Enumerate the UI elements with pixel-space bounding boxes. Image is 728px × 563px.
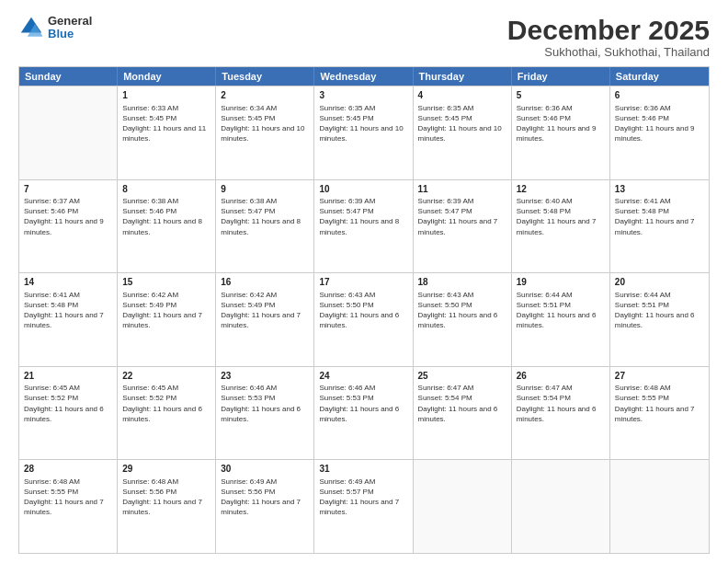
- calendar-row: 7Sunrise: 6:37 AMSunset: 5:46 PMDaylight…: [19, 179, 709, 273]
- calendar-cell: [414, 460, 512, 553]
- main-title: December 2025: [507, 15, 710, 45]
- day-number: 17: [319, 276, 407, 289]
- cal-header-day: Wednesday: [314, 67, 413, 86]
- calendar-cell: 23Sunrise: 6:46 AMSunset: 5:53 PMDayligh…: [216, 367, 314, 460]
- calendar-cell: [512, 460, 610, 553]
- day-number: 28: [24, 463, 112, 476]
- day-number: 11: [418, 183, 506, 196]
- day-info: Sunrise: 6:42 AMSunset: 5:49 PMDaylight:…: [122, 290, 210, 331]
- day-number: 4: [418, 89, 506, 102]
- calendar-cell: 27Sunrise: 6:48 AMSunset: 5:55 PMDayligh…: [610, 367, 709, 460]
- day-number: 18: [418, 276, 506, 289]
- calendar-cell: 1Sunrise: 6:33 AMSunset: 5:45 PMDaylight…: [118, 86, 216, 179]
- day-number: 12: [517, 183, 605, 196]
- day-info: Sunrise: 6:35 AMSunset: 5:45 PMDaylight:…: [319, 103, 407, 144]
- calendar-cell: 22Sunrise: 6:45 AMSunset: 5:52 PMDayligh…: [118, 367, 216, 460]
- calendar-cell: 31Sunrise: 6:49 AMSunset: 5:57 PMDayligh…: [314, 460, 413, 553]
- day-info: Sunrise: 6:39 AMSunset: 5:47 PMDaylight:…: [319, 196, 407, 237]
- day-info: Sunrise: 6:47 AMSunset: 5:54 PMDaylight:…: [517, 383, 605, 424]
- day-info: Sunrise: 6:45 AMSunset: 5:52 PMDaylight:…: [122, 383, 210, 424]
- calendar-row: 28Sunrise: 6:48 AMSunset: 5:55 PMDayligh…: [19, 459, 709, 553]
- day-number: 20: [615, 276, 704, 289]
- day-info: Sunrise: 6:41 AMSunset: 5:48 PMDaylight:…: [24, 290, 112, 331]
- calendar-cell: 2Sunrise: 6:34 AMSunset: 5:45 PMDaylight…: [216, 86, 314, 179]
- day-number: 6: [615, 89, 704, 102]
- day-info: Sunrise: 6:43 AMSunset: 5:50 PMDaylight:…: [418, 290, 506, 331]
- day-number: 24: [319, 370, 407, 383]
- day-info: Sunrise: 6:48 AMSunset: 5:55 PMDaylight:…: [24, 477, 112, 518]
- cal-header-day: Friday: [512, 67, 610, 86]
- day-number: 2: [221, 89, 309, 102]
- day-number: 7: [24, 183, 112, 196]
- day-info: Sunrise: 6:34 AMSunset: 5:45 PMDaylight:…: [221, 103, 309, 144]
- calendar-cell: 10Sunrise: 6:39 AMSunset: 5:47 PMDayligh…: [314, 180, 413, 273]
- calendar-cell: 11Sunrise: 6:39 AMSunset: 5:47 PMDayligh…: [414, 180, 512, 273]
- day-number: 27: [615, 370, 704, 383]
- calendar-row: 21Sunrise: 6:45 AMSunset: 5:52 PMDayligh…: [19, 366, 709, 460]
- calendar-cell: 8Sunrise: 6:38 AMSunset: 5:46 PMDaylight…: [118, 180, 216, 273]
- calendar-cell: 4Sunrise: 6:35 AMSunset: 5:45 PMDaylight…: [414, 86, 512, 179]
- day-number: 9: [221, 183, 309, 196]
- day-info: Sunrise: 6:35 AMSunset: 5:45 PMDaylight:…: [418, 103, 506, 144]
- day-info: Sunrise: 6:40 AMSunset: 5:48 PMDaylight:…: [517, 196, 605, 237]
- calendar-cell: 29Sunrise: 6:48 AMSunset: 5:56 PMDayligh…: [118, 460, 216, 553]
- logo-text: General Blue: [48, 15, 92, 41]
- subtitle: Sukhothai, Sukhothai, Thailand: [507, 45, 710, 59]
- calendar-cell: 17Sunrise: 6:43 AMSunset: 5:50 PMDayligh…: [314, 273, 413, 366]
- day-number: 25: [418, 370, 506, 383]
- logo-blue: Blue: [48, 28, 92, 40]
- day-info: Sunrise: 6:48 AMSunset: 5:55 PMDaylight:…: [615, 383, 704, 424]
- calendar-cell: 16Sunrise: 6:42 AMSunset: 5:49 PMDayligh…: [216, 273, 314, 366]
- day-number: 23: [221, 370, 309, 383]
- day-number: 13: [615, 183, 704, 196]
- calendar-cell: 28Sunrise: 6:48 AMSunset: 5:55 PMDayligh…: [19, 460, 118, 553]
- day-number: 1: [122, 89, 210, 102]
- day-info: Sunrise: 6:45 AMSunset: 5:52 PMDaylight:…: [24, 383, 112, 424]
- calendar-row: 14Sunrise: 6:41 AMSunset: 5:48 PMDayligh…: [19, 272, 709, 366]
- day-info: Sunrise: 6:46 AMSunset: 5:53 PMDaylight:…: [221, 383, 309, 424]
- day-info: Sunrise: 6:49 AMSunset: 5:56 PMDaylight:…: [221, 477, 309, 518]
- calendar-cell: 25Sunrise: 6:47 AMSunset: 5:54 PMDayligh…: [414, 367, 512, 460]
- calendar-cell: 3Sunrise: 6:35 AMSunset: 5:45 PMDaylight…: [314, 86, 413, 179]
- calendar-cell: 21Sunrise: 6:45 AMSunset: 5:52 PMDayligh…: [19, 367, 118, 460]
- calendar-cell: 5Sunrise: 6:36 AMSunset: 5:46 PMDaylight…: [512, 86, 610, 179]
- day-number: 10: [319, 183, 407, 196]
- calendar-cell: 7Sunrise: 6:37 AMSunset: 5:46 PMDaylight…: [19, 180, 118, 273]
- logo-icon: [18, 15, 44, 40]
- day-number: 26: [517, 370, 605, 383]
- calendar-cell: 19Sunrise: 6:44 AMSunset: 5:51 PMDayligh…: [512, 273, 610, 366]
- cal-header-day: Thursday: [414, 67, 512, 86]
- calendar-header: SundayMondayTuesdayWednesdayThursdayFrid…: [19, 67, 709, 86]
- day-number: 15: [122, 276, 210, 289]
- day-number: 30: [221, 463, 309, 476]
- day-info: Sunrise: 6:48 AMSunset: 5:56 PMDaylight:…: [122, 477, 210, 518]
- calendar-cell: 24Sunrise: 6:46 AMSunset: 5:53 PMDayligh…: [314, 367, 413, 460]
- calendar-cell: [19, 86, 118, 179]
- day-number: 22: [122, 370, 210, 383]
- calendar-cell: 6Sunrise: 6:36 AMSunset: 5:46 PMDaylight…: [610, 86, 709, 179]
- day-number: 3: [319, 89, 407, 102]
- day-number: 19: [517, 276, 605, 289]
- day-info: Sunrise: 6:43 AMSunset: 5:50 PMDaylight:…: [319, 290, 407, 331]
- day-number: 5: [517, 89, 605, 102]
- day-info: Sunrise: 6:42 AMSunset: 5:49 PMDaylight:…: [221, 290, 309, 331]
- calendar-body: 1Sunrise: 6:33 AMSunset: 5:45 PMDaylight…: [19, 86, 709, 553]
- day-number: 16: [221, 276, 309, 289]
- day-number: 21: [24, 370, 112, 383]
- logo-general: General: [48, 15, 92, 28]
- calendar-cell: 15Sunrise: 6:42 AMSunset: 5:49 PMDayligh…: [118, 273, 216, 366]
- calendar-cell: 26Sunrise: 6:47 AMSunset: 5:54 PMDayligh…: [512, 367, 610, 460]
- cal-header-day: Tuesday: [216, 67, 314, 86]
- day-info: Sunrise: 6:36 AMSunset: 5:46 PMDaylight:…: [615, 103, 704, 144]
- calendar-cell: 20Sunrise: 6:44 AMSunset: 5:51 PMDayligh…: [610, 273, 709, 366]
- calendar-cell: 12Sunrise: 6:40 AMSunset: 5:48 PMDayligh…: [512, 180, 610, 273]
- calendar-cell: 9Sunrise: 6:38 AMSunset: 5:47 PMDaylight…: [216, 180, 314, 273]
- day-info: Sunrise: 6:47 AMSunset: 5:54 PMDaylight:…: [418, 383, 506, 424]
- cal-header-day: Saturday: [610, 67, 709, 86]
- header: General Blue December 2025 Sukhothai, Su…: [18, 15, 710, 59]
- day-info: Sunrise: 6:44 AMSunset: 5:51 PMDaylight:…: [517, 290, 605, 331]
- logo: General Blue: [18, 15, 92, 41]
- calendar: SundayMondayTuesdayWednesdayThursdayFrid…: [18, 66, 710, 554]
- day-info: Sunrise: 6:49 AMSunset: 5:57 PMDaylight:…: [319, 477, 407, 518]
- calendar-cell: 18Sunrise: 6:43 AMSunset: 5:50 PMDayligh…: [414, 273, 512, 366]
